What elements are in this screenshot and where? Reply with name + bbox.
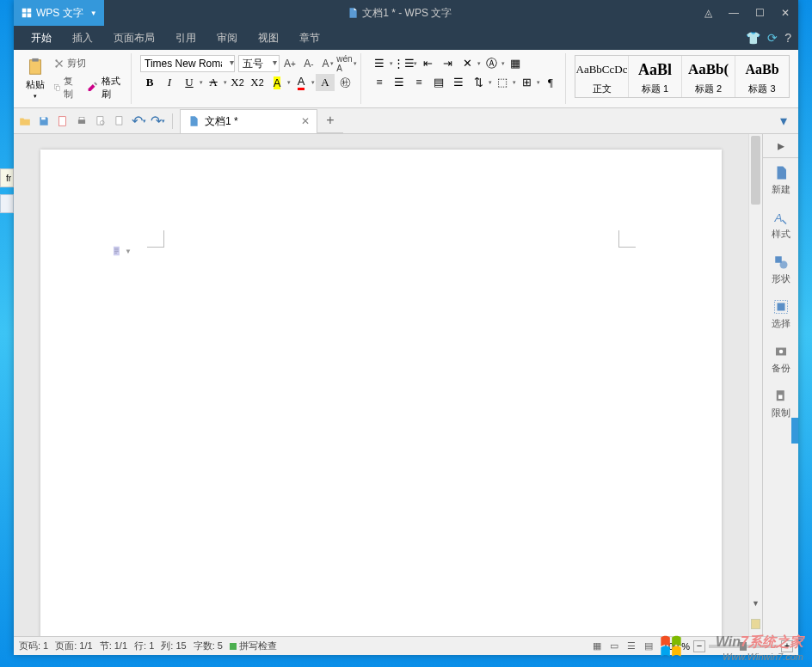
phonetic-button[interactable]: wénA (338, 55, 355, 72)
view-outline-button[interactable]: ▤ (641, 639, 656, 653)
open-button[interactable] (17, 113, 33, 129)
indent-increase-button[interactable]: ⇥ (438, 55, 457, 72)
app-menu-button[interactable]: WPS 文字 ▼ (14, 0, 104, 26)
borders-button[interactable]: ▦ (506, 55, 525, 72)
export-pdf-button[interactable] (55, 113, 71, 129)
style-heading1[interactable]: AaBl 标题 1 (629, 56, 682, 97)
underline-button[interactable]: U (180, 74, 199, 91)
show-marks-button[interactable]: ¶ (541, 74, 560, 91)
paragraph-options-button[interactable]: ▼ (111, 244, 132, 258)
zoom-out-button[interactable]: − (693, 640, 705, 652)
menu-page-layout[interactable]: 页面布局 (103, 28, 165, 49)
new-blank-button[interactable] (112, 113, 127, 129)
side-shapes[interactable]: 形状 (763, 248, 798, 292)
change-case-button[interactable]: A (319, 55, 336, 72)
sync-icon[interactable]: ⟳ (767, 31, 778, 45)
side-backup[interactable]: 备份 (763, 337, 798, 382)
zoom-slider-handle[interactable] (740, 642, 747, 651)
font-size-select[interactable]: 五号 (238, 55, 280, 72)
enclose-char-button[interactable]: ㊓ (335, 74, 354, 91)
side-select[interactable]: 选择 (763, 292, 798, 337)
bullets-button[interactable]: ☰ (370, 55, 389, 72)
side-expand-handle[interactable] (791, 418, 798, 444)
document-tab[interactable]: 文档1 * ✕ (180, 109, 317, 133)
skin-icon[interactable]: 👕 (746, 31, 760, 45)
menu-insert[interactable]: 插入 (62, 28, 103, 49)
bold-button[interactable]: B (140, 74, 159, 91)
scrollbar-thumb[interactable] (751, 136, 760, 205)
status-line[interactable]: 行: 1 (134, 639, 154, 652)
scroll-down-button[interactable]: ▼ (749, 597, 762, 610)
indent-decrease-button[interactable]: ⇤ (418, 55, 437, 72)
align-right-button[interactable]: ≡ (409, 74, 428, 91)
align-left-button[interactable]: ≡ (370, 74, 389, 91)
numbering-button[interactable]: ⋮☰ (394, 55, 413, 72)
new-tab-button[interactable]: + (317, 109, 343, 133)
svg-text:A: A (773, 211, 782, 224)
char-scale-button[interactable]: Ⓐ (482, 55, 501, 72)
subscript-button[interactable]: X2 (248, 74, 267, 91)
side-styles[interactable]: A 样式 (763, 203, 798, 248)
vertical-scrollbar[interactable]: ▼ (748, 134, 762, 636)
sort-button[interactable]: ⊞ (517, 74, 536, 91)
undo-button[interactable]: ↶▾ (131, 113, 146, 129)
style-normal[interactable]: AaBbCcDc 正文 (575, 56, 629, 97)
superscript-button[interactable]: X2 (228, 74, 247, 91)
zoom-in-button[interactable]: + (781, 640, 793, 652)
text-direction-button[interactable]: ✕ (458, 55, 477, 72)
close-tab-button[interactable]: ✕ (301, 115, 310, 127)
redo-button[interactable]: ↷▾ (150, 113, 165, 129)
menu-home[interactable]: 开始 (21, 28, 62, 49)
decrease-font-button[interactable]: A- (300, 55, 317, 72)
zoom-level[interactable]: 100 % (663, 641, 690, 652)
font-name-select[interactable]: Times New Roma (140, 55, 235, 72)
copy-button[interactable]: 复制 (50, 73, 81, 102)
line-spacing-button[interactable]: ⇅ (469, 74, 488, 91)
collapse-panel-button[interactable]: ▸ (763, 134, 798, 158)
status-spellcheck[interactable]: 拼写检查 (230, 639, 277, 652)
align-distribute-button[interactable]: ☰ (449, 74, 468, 91)
object-browser-button[interactable] (751, 619, 760, 629)
view-print-layout-button[interactable]: ▦ (589, 639, 605, 653)
status-column[interactable]: 列: 15 (161, 639, 186, 652)
backup-icon (773, 344, 789, 359)
print-preview-button[interactable] (93, 113, 108, 129)
status-word-count[interactable]: 字数: 5 (194, 639, 223, 652)
document-scroll[interactable]: ▼ (14, 134, 748, 636)
style-heading3[interactable]: AaBb 标题 3 (735, 56, 789, 97)
maximize-button[interactable]: ☐ (747, 0, 772, 26)
align-center-button[interactable]: ☰ (390, 74, 409, 91)
tab-list-button[interactable]: ▾ (776, 113, 791, 129)
menu-review[interactable]: 审阅 (206, 28, 248, 49)
increase-font-button[interactable]: A+ (281, 55, 298, 72)
menu-sections[interactable]: 章节 (289, 28, 330, 49)
highlight-button[interactable]: A (268, 74, 286, 91)
print-button[interactable] (74, 113, 89, 129)
save-button[interactable] (36, 113, 52, 129)
help-icon[interactable]: ? (784, 31, 791, 45)
view-fullscreen-button[interactable]: ▭ (606, 639, 622, 653)
status-section[interactable]: 节: 1/1 (100, 639, 127, 652)
side-new[interactable]: 新建 (763, 158, 798, 203)
status-page[interactable]: 页面: 1/1 (55, 639, 92, 652)
font-color-button[interactable]: A (292, 74, 311, 91)
char-shading-button[interactable]: A (316, 74, 335, 91)
shading-button[interactable]: ⬚ (493, 74, 512, 91)
view-web-button[interactable]: ☰ (624, 639, 639, 653)
menu-references[interactable]: 引用 (165, 28, 206, 49)
paste-button[interactable]: 粘贴▾ (22, 56, 48, 101)
close-button[interactable]: ✕ (772, 0, 798, 26)
minimize-button[interactable]: — (721, 0, 747, 26)
status-page-number[interactable]: 页码: 1 (19, 639, 48, 652)
settings-icon[interactable]: ◬ (695, 0, 721, 26)
menu-view[interactable]: 视图 (248, 28, 289, 49)
italic-button[interactable]: I (160, 74, 179, 91)
cut-button[interactable]: 剪切 (50, 55, 126, 71)
strikethrough-button[interactable]: A (204, 74, 223, 91)
style-heading2[interactable]: AaBb( 标题 2 (682, 56, 735, 97)
format-painter-button[interactable]: 格式刷 (83, 73, 126, 102)
zoom-slider[interactable] (709, 645, 778, 648)
document-page[interactable]: ▼ (40, 150, 722, 636)
save-icon (38, 115, 50, 127)
align-justify-button[interactable]: ▤ (429, 74, 448, 91)
